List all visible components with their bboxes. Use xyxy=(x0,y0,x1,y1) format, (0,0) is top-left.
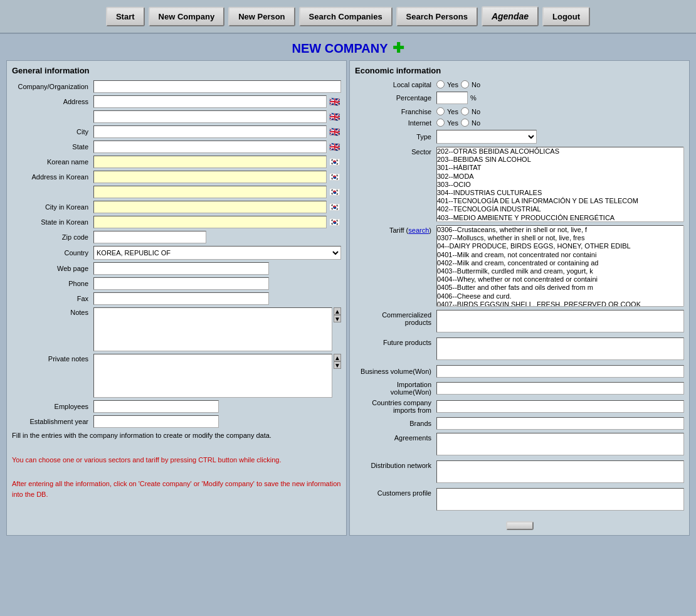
webpage-label: Web page xyxy=(12,265,93,272)
agendae-button[interactable]: Agendae xyxy=(482,6,539,26)
city-korean-input[interactable] xyxy=(93,201,327,213)
local-capital-yes-radio[interactable] xyxy=(436,80,445,88)
flag-btn-address1[interactable]: 🇬🇧 xyxy=(328,97,341,107)
agreements-textarea[interactable] xyxy=(436,433,684,455)
start-button[interactable]: Start xyxy=(106,7,145,26)
notes-label: Notes xyxy=(12,307,93,316)
local-capital-radios: Yes No xyxy=(436,80,480,88)
fax-label: Fax xyxy=(12,295,93,302)
top-navigation: Start New Company New Person Search Comp… xyxy=(0,0,696,34)
state-label: State xyxy=(12,143,93,151)
new-company-button[interactable]: New Company xyxy=(149,7,225,26)
customers-textarea[interactable] xyxy=(436,488,684,511)
flag-btn-state[interactable]: 🇬🇧 xyxy=(328,142,341,152)
business-volume-row: Business volume(Won) xyxy=(355,365,684,378)
city-input[interactable] xyxy=(93,125,327,138)
address-korean-row2: 🇰🇷 xyxy=(12,186,341,198)
type-select[interactable] xyxy=(436,130,537,144)
address-row2: 🇬🇧 xyxy=(12,110,341,123)
franchise-radios: Yes No xyxy=(436,107,480,115)
brands-input[interactable] xyxy=(436,417,684,430)
franchise-no-radio[interactable] xyxy=(461,107,469,115)
info-text-2: You can choose one or various sectors an… xyxy=(12,455,341,465)
webpage-input[interactable] xyxy=(93,262,269,275)
private-notes-label: Private notes xyxy=(12,354,93,363)
create-btn-row xyxy=(355,519,684,530)
tariff-listbox[interactable]: 0306--Crustaceans, whether in shell or n… xyxy=(436,225,684,307)
general-section-title: General information xyxy=(12,66,341,75)
address-label: Address xyxy=(12,98,93,105)
brands-row: Brands xyxy=(355,417,684,430)
private-notes-textarea[interactable] xyxy=(93,354,332,398)
korean-name-label: Korean name xyxy=(12,158,93,166)
zip-input[interactable] xyxy=(93,231,206,243)
internet-yes-radio[interactable] xyxy=(436,119,445,127)
sector-listbox[interactable]: 202--OTRAS BEBIDAS ALCOHÓLICAS203--BEBID… xyxy=(436,147,684,222)
plus-icon: ✚ xyxy=(393,40,404,56)
state-korean-row: State in Korean 🇰🇷 xyxy=(12,216,341,228)
private-notes-scroll-up[interactable]: ▲ xyxy=(334,354,341,361)
phone-input[interactable] xyxy=(93,277,269,290)
type-label: Type xyxy=(355,133,436,141)
internet-no-radio[interactable] xyxy=(461,119,469,127)
franchise-yes-radio[interactable] xyxy=(436,107,445,115)
commercialized-textarea[interactable] xyxy=(436,310,684,332)
sector-row: Sector 202--OTRAS BEBIDAS ALCOHÓLICAS203… xyxy=(355,147,684,222)
notes-scroll-up[interactable]: ▲ xyxy=(334,307,341,315)
flag-btn-city[interactable]: 🇬🇧 xyxy=(328,127,341,137)
commercialized-label: Commercialized products xyxy=(355,310,436,326)
percentage-input[interactable] xyxy=(436,92,468,104)
city-label: City xyxy=(12,128,93,135)
tariff-label: Tariff (search) xyxy=(355,225,436,234)
country-select[interactable]: KOREA, REPUBLIC OF xyxy=(93,246,341,260)
address-korean-input2[interactable] xyxy=(93,186,327,198)
zip-label: Zip code xyxy=(12,233,93,241)
logout-button[interactable]: Logout xyxy=(542,7,590,26)
flag-btn-city-korean[interactable]: 🇰🇷 xyxy=(328,202,341,212)
state-input[interactable] xyxy=(93,141,327,153)
korean-name-row: Korean name 🇰🇷 xyxy=(12,156,341,168)
info-text-3: After entering all the information, clic… xyxy=(12,479,341,499)
search-persons-button[interactable]: Search Persons xyxy=(396,7,478,26)
company-input[interactable] xyxy=(93,80,341,93)
customers-row: Customers profile xyxy=(355,488,684,512)
zip-row: Zip code xyxy=(12,231,341,243)
internet-label: Internet xyxy=(355,119,436,127)
address-korean-input1[interactable] xyxy=(93,171,327,183)
economic-section-title: Economic information xyxy=(355,66,684,75)
state-korean-label: State in Korean xyxy=(12,218,93,226)
flag-btn-address-korean1[interactable]: 🇰🇷 xyxy=(328,172,341,182)
establishment-input[interactable] xyxy=(93,415,219,428)
flag-btn-address2[interactable]: 🇬🇧 xyxy=(328,112,341,122)
fax-input[interactable] xyxy=(93,292,269,305)
new-person-button[interactable]: New Person xyxy=(228,7,295,26)
local-capital-no-radio[interactable] xyxy=(461,80,469,88)
employees-input[interactable] xyxy=(93,400,219,413)
phone-label: Phone xyxy=(12,280,93,287)
state-korean-input[interactable] xyxy=(93,216,327,228)
franchise-label: Franchise xyxy=(355,108,436,115)
importation-input[interactable] xyxy=(436,382,684,395)
korean-name-input[interactable] xyxy=(93,156,327,168)
economic-info-panel: Economic information Local capital Yes N… xyxy=(349,60,690,536)
notes-scroll-down[interactable]: ▼ xyxy=(334,315,341,322)
distribution-label: Distribution network xyxy=(355,460,436,469)
future-textarea[interactable] xyxy=(436,337,684,360)
private-notes-scroll-down[interactable]: ▼ xyxy=(334,361,341,369)
distribution-textarea[interactable] xyxy=(436,460,684,483)
flag-btn-address-korean2[interactable]: 🇰🇷 xyxy=(328,187,341,197)
flag-btn-korean-name[interactable]: 🇰🇷 xyxy=(328,157,341,167)
countries-input[interactable] xyxy=(436,400,684,413)
notes-textarea[interactable] xyxy=(93,307,332,351)
search-companies-button[interactable]: Search Companies xyxy=(299,7,393,26)
company-label: Company/Organization xyxy=(12,83,93,90)
tariff-search-link[interactable]: search xyxy=(408,226,429,234)
flag-btn-state-korean[interactable]: 🇰🇷 xyxy=(328,217,341,227)
country-label: Country xyxy=(12,249,93,257)
business-volume-input[interactable] xyxy=(436,365,684,378)
create-company-button[interactable] xyxy=(506,521,534,530)
address-input1[interactable] xyxy=(93,95,327,108)
country-row: Country KOREA, REPUBLIC OF xyxy=(12,246,341,260)
percentage-row: Percentage % xyxy=(355,92,684,104)
address-input2[interactable] xyxy=(93,110,327,123)
